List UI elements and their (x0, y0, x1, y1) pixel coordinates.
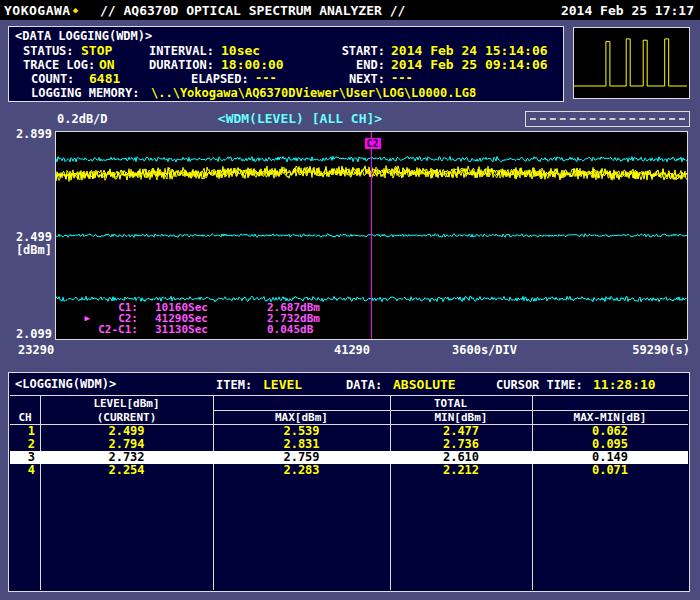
col-header-max: MAX[dBm] (213, 411, 390, 424)
status-value: STOP (81, 43, 112, 58)
item-value: LEVEL (263, 377, 302, 392)
level-trend-chart: C2 C1: 10160Sec 2.687dBm ▶ C2: 41290Sec … (55, 131, 688, 340)
spectrum-preview-trace (574, 28, 689, 98)
y-axis-mid-label: 2.499 (12, 230, 52, 244)
table-row-ch4[interactable]: 4 2.254 2.283 2.212 0.071 (10, 464, 688, 477)
x-axis-left-label: 23290 (18, 343, 54, 357)
cell-maxmin: 0.071 (532, 464, 688, 477)
datetime-display: 2014 Feb 25 17:17 (561, 3, 694, 18)
end-label: END: (329, 58, 385, 72)
duration-label: DURATION: (149, 58, 214, 72)
col-header-current: (CURRENT) (40, 411, 213, 424)
cursor-time-value: 11:28:10 (593, 377, 656, 392)
col-header-maxmin: MAX-MIN[dB] (532, 411, 688, 424)
x-axis-div-label: 3600s/DIV (452, 343, 517, 357)
x-axis-right-label: 59290(s) (620, 343, 690, 357)
cursor-active-marker (78, 324, 90, 335)
marker-dash-line (530, 118, 685, 120)
cell-ch: 3 (10, 451, 40, 464)
cell-ch: 2 (10, 438, 40, 451)
x-axis-cursor-label: 41290 (330, 343, 374, 357)
duration-value: 18:00:00 (221, 57, 284, 72)
data-logging-header: <DATA LOGGING(WDM)> (15, 29, 152, 43)
cursor-name: C2-C1: (92, 324, 138, 335)
logging-table-panel: <LOGGING(WDM)> ITEM: LEVEL DATA: ABSOLUT… (8, 372, 690, 592)
logging-memory-path: \..\Yokogawa\AQ6370DViewer\User\LOG\L000… (151, 86, 476, 100)
logging-memory-label: LOGGING MEMORY: (31, 86, 139, 100)
start-label: START: (329, 44, 385, 58)
app-title: // AQ6370D OPTICAL SPECTRUM ANALYZER // (100, 3, 405, 18)
cell-ch: 4 (10, 464, 40, 477)
cursor-active-marker (78, 302, 90, 313)
next-label: NEXT: (329, 72, 385, 86)
cell-current: 2.254 (40, 464, 213, 477)
cursor-value: 0.045dB (267, 324, 313, 335)
status-label: STATUS: (23, 44, 74, 58)
cursor-active-marker: ▶ (78, 313, 90, 324)
logo-diamond-icon: ◆ (73, 5, 78, 15)
next-value: --- (391, 71, 413, 85)
col-header-level: LEVEL[dBm] (40, 397, 213, 410)
logging-table: CH LEVEL[dBm] (CURRENT) TOTAL MAX[dBm] M… (10, 395, 688, 590)
y-axis-unit-label: [dBm] (12, 243, 52, 257)
item-label: ITEM: (216, 378, 252, 392)
count-value: 6481 (89, 71, 120, 86)
cursor-time: 31130Sec (155, 324, 267, 335)
marker-legend-box (525, 111, 690, 127)
spectrum-preview (573, 27, 690, 99)
table-rows: 1 2.499 2.539 2.477 0.062 2 2.794 2.831 … (10, 425, 688, 477)
start-value: 2014 Feb 24 15:14:06 (391, 43, 548, 58)
trace-log-value: ON (99, 57, 115, 72)
titlebar: YOKOGAWA ◆ // AQ6370D OPTICAL SPECTRUM A… (0, 0, 700, 20)
data-logging-panel: <DATA LOGGING(WDM)> STATUS: STOP INTERVA… (8, 26, 564, 102)
yokogawa-logo: YOKOGAWA (4, 3, 71, 18)
end-value: 2014 Feb 25 09:14:06 (391, 57, 548, 72)
logging-table-header: <LOGGING(WDM)> (15, 377, 116, 391)
cell-max: 2.283 (213, 464, 390, 477)
scale-per-div-label: 0.2dB/D (57, 112, 108, 126)
elapsed-label: ELAPSED: (191, 72, 249, 86)
col-header-ch: CH (10, 411, 40, 424)
data-value: ABSOLUTE (393, 377, 456, 392)
cursor-readout: C1: 10160Sec 2.687dBm ▶ C2: 41290Sec 2.7… (78, 302, 320, 335)
col-header-total: TOTAL (213, 397, 688, 410)
interval-value: 10sec (221, 43, 260, 58)
count-label: COUNT: (31, 72, 74, 86)
data-label: DATA: (346, 378, 382, 392)
y-axis-bottom-label: 2.099 (12, 327, 52, 341)
interval-label: INTERVAL: (149, 44, 214, 58)
trace-log-label: TRACE LOG: (23, 58, 95, 72)
elapsed-value: --- (255, 71, 277, 85)
chart-title: <WDM(LEVEL) [ALL CH]> (140, 111, 460, 126)
cursor-c2-handle[interactable]: C2 (364, 138, 380, 149)
cell-min: 2.212 (390, 464, 532, 477)
y-axis-top-label: 2.899 (12, 127, 52, 141)
analyzer-screen: YOKOGAWA ◆ // AQ6370D OPTICAL SPECTRUM A… (0, 0, 700, 600)
col-header-min: MIN[dBm] (390, 411, 532, 424)
cursor-delta-row: C2-C1: 31130Sec 0.045dB (78, 324, 320, 335)
cursor-time-label: CURSOR TIME: (496, 378, 583, 392)
cell-ch: 1 (10, 425, 40, 438)
